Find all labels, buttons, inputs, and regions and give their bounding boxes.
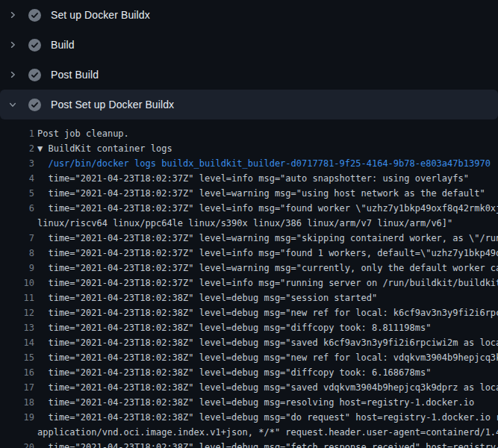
log-line-number[interactable]: 19 — [0, 410, 34, 425]
log-line-number[interactable]: 18 — [0, 395, 34, 410]
log-line-text: time="2021-04-23T18:02:38Z" level=debug … — [37, 395, 474, 410]
log-line: 4 time="2021-04-23T18:02:37Z" level=info… — [0, 171, 498, 186]
log-line: 9 time="2021-04-23T18:02:37Z" level=warn… — [0, 261, 498, 276]
log-line-number[interactable]: 15 — [0, 350, 34, 365]
log-line-number[interactable]: 20 — [0, 440, 34, 448]
log-line: 13 time="2021-04-23T18:02:38Z" level=deb… — [0, 320, 498, 335]
log-line-text: time="2021-04-23T18:02:37Z" level=warnin… — [37, 261, 498, 276]
log-line-text: time="2021-04-23T18:02:37Z" level=info m… — [37, 201, 498, 231]
log-line: 14 time="2021-04-23T18:02:38Z" level=deb… — [0, 335, 498, 350]
step-header[interactable]: Post Build — [0, 60, 498, 90]
step-header[interactable]: Post Set up Docker Buildx — [0, 90, 498, 119]
log-line-text: time="2021-04-23T18:02:38Z" level=debug … — [37, 335, 498, 350]
check-circle-icon — [28, 9, 41, 22]
step-header[interactable]: Set up Docker Buildx — [0, 0, 498, 30]
log-line: 6 time="2021-04-23T18:02:37Z" level=info… — [0, 201, 498, 231]
log-line-number[interactable]: 17 — [0, 380, 34, 395]
log-line-number[interactable]: 14 — [0, 335, 34, 350]
log-command-text: /usr/bin/docker logs buildx_buildkit_bui… — [37, 156, 491, 171]
log-line-text: time="2021-04-23T18:02:37Z" level=info m… — [37, 246, 498, 261]
log-line: 18 time="2021-04-23T18:02:38Z" level=deb… — [0, 395, 498, 410]
log-line: 20 time="2021-04-23T18:02:38Z" level=deb… — [0, 440, 498, 448]
log-line-number[interactable]: 12 — [0, 305, 34, 320]
log-line-number[interactable]: 4 — [0, 171, 34, 186]
log-line: 11 time="2021-04-23T18:02:38Z" level=deb… — [0, 290, 498, 305]
log-line: 3 /usr/bin/docker logs buildx_buildkit_b… — [0, 156, 498, 171]
log-line-number[interactable]: 5 — [0, 186, 34, 201]
log-line-number[interactable]: 6 — [0, 201, 34, 216]
log-line: 2▼ BuildKit container logs — [0, 141, 498, 156]
chevron-right-icon — [7, 10, 18, 20]
steps-list: Set up Docker BuildxBuildPost BuildPost … — [0, 0, 498, 119]
log-line: 1Post job cleanup. — [0, 126, 498, 141]
log-line-text: time="2021-04-23T18:02:38Z" level=debug … — [37, 380, 498, 395]
log-line-number[interactable]: 1 — [0, 126, 34, 141]
log-line-number[interactable]: 11 — [0, 290, 34, 305]
log-line-text: time="2021-04-23T18:02:38Z" level=debug … — [37, 365, 431, 380]
log-line: 7 time="2021-04-23T18:02:37Z" level=warn… — [0, 231, 498, 246]
log-line-text: time="2021-04-23T18:02:38Z" level=debug … — [37, 320, 431, 335]
log-line-number[interactable]: 8 — [0, 246, 34, 261]
step-header[interactable]: Build — [0, 30, 498, 60]
log-line: 12 time="2021-04-23T18:02:38Z" level=deb… — [0, 305, 498, 320]
chevron-right-icon — [7, 69, 18, 80]
log-line: 16 time="2021-04-23T18:02:38Z" level=deb… — [0, 365, 498, 380]
log-line-text: time="2021-04-23T18:02:37Z" level=warnin… — [37, 186, 485, 201]
log-line-number[interactable]: 16 — [0, 365, 34, 380]
log-line-text: Post job cleanup. — [37, 126, 129, 141]
actions-log-viewer: Set up Docker BuildxBuildPost BuildPost … — [0, 0, 498, 448]
step-title: Post Build — [51, 69, 99, 81]
log-line-text: time="2021-04-23T18:02:38Z" level=debug … — [37, 440, 498, 448]
step-title: Set up Docker Buildx — [51, 9, 150, 21]
log-line: 19 time="2021-04-23T18:02:38Z" level=deb… — [0, 410, 498, 440]
log-line-number[interactable]: 2 — [0, 141, 34, 156]
log-line-number[interactable]: 7 — [0, 231, 34, 246]
chevron-right-icon — [7, 40, 18, 50]
log-line: 10 time="2021-04-23T18:02:37Z" level=inf… — [0, 276, 498, 290]
check-circle-icon — [28, 39, 41, 52]
log-line-text: time="2021-04-23T18:02:38Z" level=debug … — [37, 410, 498, 440]
step-title: Post Set up Docker Buildx — [51, 99, 174, 111]
log-line-text: time="2021-04-23T18:02:37Z" level=info m… — [37, 276, 498, 290]
log-line-number[interactable]: 3 — [0, 156, 34, 171]
log-line-text: time="2021-04-23T18:02:37Z" level=info m… — [37, 171, 469, 186]
check-circle-icon — [28, 69, 41, 81]
log-line-text: time="2021-04-23T18:02:38Z" level=debug … — [37, 290, 377, 305]
log-line: 5 time="2021-04-23T18:02:37Z" level=warn… — [0, 186, 498, 201]
log-line: 8 time="2021-04-23T18:02:37Z" level=info… — [0, 246, 498, 261]
chevron-down-icon — [7, 99, 18, 110]
log-line-text: time="2021-04-23T18:02:37Z" level=warnin… — [37, 231, 498, 246]
log-group-toggle[interactable]: ▼ BuildKit container logs — [37, 141, 172, 156]
log-line-text: time="2021-04-23T18:02:38Z" level=debug … — [37, 350, 498, 365]
log-line-text: time="2021-04-23T18:02:38Z" level=debug … — [37, 305, 498, 320]
log-line: 17 time="2021-04-23T18:02:38Z" level=deb… — [0, 380, 498, 395]
log-line: 15 time="2021-04-23T18:02:38Z" level=deb… — [0, 350, 498, 365]
log-area: 1Post job cleanup.2▼ BuildKit container … — [0, 119, 498, 448]
step-title: Build — [51, 39, 75, 51]
log-line-number[interactable]: 9 — [0, 261, 34, 276]
log-line-number[interactable]: 13 — [0, 320, 34, 335]
check-circle-icon — [28, 99, 41, 111]
log-line-number[interactable]: 10 — [0, 276, 34, 290]
